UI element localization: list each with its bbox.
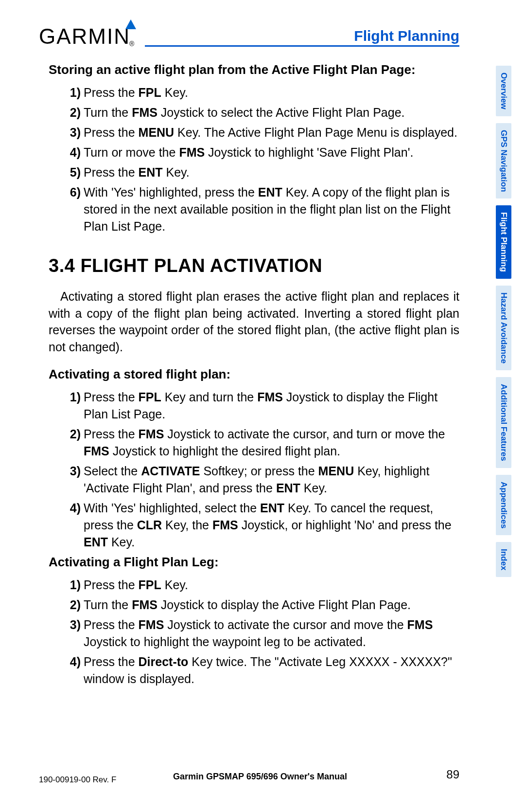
list-item: 4)Turn or move the FMS Joystick to highl… bbox=[68, 144, 459, 161]
page-content: Storing an active flight plan from the A… bbox=[39, 62, 481, 687]
list-num: 2) bbox=[62, 104, 81, 121]
list-item: 1)Press the FPL Key. bbox=[68, 577, 459, 594]
list-num: 4) bbox=[62, 144, 81, 161]
list-num: 3) bbox=[62, 124, 81, 141]
list-num: 1) bbox=[62, 84, 81, 101]
list-num: 6) bbox=[62, 184, 81, 201]
list-item: 3)Select the ACTIVATE Softkey; or press … bbox=[68, 463, 459, 497]
list-item: 3)Press the FMS Joystick to activate the… bbox=[68, 616, 459, 650]
header-title: Flight Planning bbox=[145, 28, 459, 47]
list-num: 2) bbox=[62, 596, 81, 614]
list-item: 4)With 'Yes' highlighted, select the ENT… bbox=[68, 500, 459, 551]
list-item: 2)Turn the FMS Joystick to select the Ac… bbox=[68, 104, 459, 121]
tab-appendices[interactable]: Appendices bbox=[496, 475, 511, 535]
list-item: 1)Press the FPL Key and turn the FMS Joy… bbox=[68, 389, 459, 423]
list-num: 4) bbox=[62, 500, 81, 517]
list-num: 1) bbox=[62, 389, 81, 406]
tab-index[interactable]: Index bbox=[496, 542, 511, 577]
subsection-title-1: Storing an active flight plan from the A… bbox=[49, 62, 459, 77]
section-heading: 3.4 FLIGHT PLAN ACTIVATION bbox=[49, 255, 459, 276]
garmin-logo: GARMIN® bbox=[39, 24, 135, 49]
list-num: 1) bbox=[62, 577, 81, 594]
tab-additional-features[interactable]: Additional Features bbox=[496, 377, 511, 468]
procedure-list-3: 1)Press the FPL Key. 2)Turn the FMS Joys… bbox=[49, 577, 459, 687]
header-title-wrap: Flight Planning bbox=[145, 28, 459, 49]
logo-registered: ® bbox=[129, 40, 135, 48]
list-item: 1)Press the FPL Key. bbox=[68, 84, 459, 101]
list-item: 5)Press the ENT Key. bbox=[68, 164, 459, 181]
list-item: 2)Press the FMS Joystick to activate the… bbox=[68, 426, 459, 460]
list-num: 3) bbox=[62, 463, 81, 480]
subsection-title-2: Activating a stored flight plan: bbox=[49, 367, 459, 382]
tab-flight-planning[interactable]: Flight Planning bbox=[496, 205, 511, 279]
list-num: 4) bbox=[62, 653, 81, 670]
body-paragraph: Activating a stored flight plan erases t… bbox=[49, 288, 459, 355]
page-header: GARMIN® Flight Planning bbox=[39, 24, 481, 49]
garmin-triangle-icon bbox=[125, 19, 136, 29]
side-tabs: Overview GPS Navigation Flight Planning … bbox=[496, 66, 515, 584]
list-item: 6)With 'Yes' highlighted, press the ENT … bbox=[68, 184, 459, 235]
procedure-list-1: 1)Press the FPL Key. 2)Turn the FMS Joys… bbox=[49, 84, 459, 235]
page-number: 89 bbox=[446, 768, 481, 781]
logo-text: GARMIN bbox=[39, 24, 130, 49]
list-item: 3)Press the MENU Key. The Active Flight … bbox=[68, 124, 459, 141]
footer-revision: 190-00919-00 Rev. F bbox=[39, 775, 116, 785]
list-num: 5) bbox=[62, 164, 81, 181]
list-num: 2) bbox=[62, 426, 81, 443]
list-item: 4)Press the Direct-to Key twice. The "Ac… bbox=[68, 653, 459, 687]
list-item: 2)Turn the FMS Joystick to display the A… bbox=[68, 596, 459, 614]
tab-overview[interactable]: Overview bbox=[496, 66, 511, 116]
procedure-list-2: 1)Press the FPL Key and turn the FMS Joy… bbox=[49, 389, 459, 551]
tab-gps-navigation[interactable]: GPS Navigation bbox=[496, 123, 511, 199]
list-num: 3) bbox=[62, 616, 81, 633]
footer-manual-title: Garmin GPSMAP 695/696 Owner's Manual bbox=[173, 772, 347, 782]
subsection-title-3: Activating a Flight Plan Leg: bbox=[49, 555, 459, 570]
page-footer: 190-00919-00 Rev. F Garmin GPSMAP 695/69… bbox=[39, 772, 481, 785]
tab-hazard-avoidance[interactable]: Hazard Avoidance bbox=[496, 286, 511, 370]
